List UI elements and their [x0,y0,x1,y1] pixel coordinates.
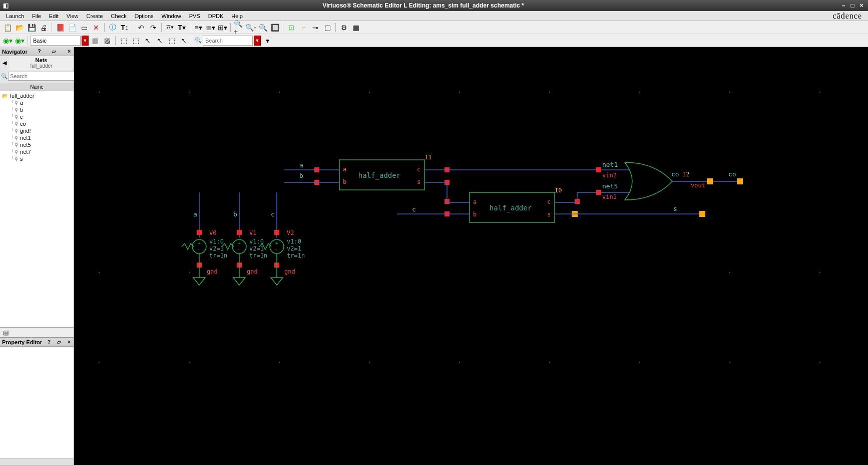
svg-rect-72 [274,230,279,235]
hierarchy-icon[interactable]: ⚻▾ [164,22,175,33]
undo-icon[interactable]: ↶ [136,22,147,33]
create-label-icon[interactable]: ▢ [322,22,333,33]
zoom-out-icon[interactable]: 🔍- [245,22,256,33]
nav-fwd-icon[interactable]: ◉▾ [14,35,25,46]
tree-net-co[interactable]: └⚲co [0,120,74,127]
app-icon: ◧ [3,2,9,9]
save-icon[interactable]: 💾 [26,22,37,33]
open-icon[interactable]: 📂 [14,22,25,33]
tree-net-net5[interactable]: └⚲net5 [0,141,74,148]
layout-icon[interactable]: ▦ [350,22,361,33]
svg-point-6 [639,92,640,93]
tree-net-s[interactable]: └⚲s [0,155,74,162]
svg-point-18 [549,362,550,363]
redo-icon[interactable]: ↷ [148,22,159,33]
svg-rect-50 [197,230,202,235]
create-instance-icon[interactable]: ⊡ [286,22,297,33]
menu-options[interactable]: Options [131,12,158,20]
nav-view-icon[interactable]: ⊞ [2,329,10,337]
v1-lbl: b [233,210,237,218]
zoom-fit-icon[interactable]: 🔍 [257,22,268,33]
align3-icon[interactable]: ⊞▾ [217,22,228,33]
menu-window[interactable]: Window [158,12,185,20]
text-tool-icon[interactable]: T▾ [176,22,187,33]
create-pin-icon[interactable]: ⊸ [310,22,321,33]
info-icon[interactable]: ⓘ [107,22,118,33]
paste-icon[interactable]: ▭ [79,22,90,33]
schematic-svg: half_adder I1 a b c s a b half_adder I0 … [74,47,868,465]
maximize-button[interactable]: □ [849,2,856,9]
menu-edit[interactable]: Edit [45,12,63,20]
s-label: s [673,205,677,212]
vsource-v0[interactable]: + - a V0 v1:0 v2=1 tr=1n gnd [182,192,227,285]
tree-net-net1[interactable]: └⚲net1 [0,134,74,141]
net-icon: └⚲ [11,135,18,141]
nav-back-arrow-icon[interactable]: ◀ [0,60,9,66]
panel-close-icon[interactable]: × [67,49,72,54]
close-button[interactable]: × [858,2,865,9]
align2-icon[interactable]: ≣▾ [205,22,216,33]
ha2-pin-a: a [473,198,477,205]
help-icon[interactable]: ? [37,49,42,54]
copy-icon[interactable]: 📄 [67,22,78,33]
panel-close-icon[interactable]: × [67,339,72,345]
navigator-scope[interactable]: Nets full_adder [9,56,74,70]
select6-icon[interactable]: ↖ [178,35,189,46]
lib-icon[interactable]: 📕 [55,22,66,33]
filter2-icon[interactable]: ▨ [102,35,113,46]
wire-b-label: b [299,172,303,179]
ha2-label: half_adder [490,204,532,212]
search-opts-icon[interactable]: ▾ [262,35,273,46]
text-icon[interactable]: T↕ [119,22,130,33]
tree-net-gnd[interactable]: └⚲gnd! [0,127,74,134]
help-icon[interactable]: ? [47,339,52,345]
vsource-v1[interactable]: + - b V1 v1:0 v2=1 tr=1n gnd [222,192,267,285]
tree-net-c[interactable]: └⚲c [0,113,74,120]
layer-dropdown-icon[interactable]: ▼ [82,36,89,46]
tree-net-a[interactable]: └⚲a [0,99,74,106]
tree-net-net7[interactable]: └⚲net7 [0,148,74,155]
brand-logo: cādence [832,12,866,21]
undock-icon[interactable]: ▱ [56,339,62,345]
minimize-button[interactable]: – [840,2,847,9]
nav-back-icon[interactable]: ◉▾ [2,35,13,46]
or-gate[interactable] [625,162,672,200]
tree-net-b[interactable]: └⚲b [0,106,74,113]
tree-root[interactable]: 📂 full_adder [0,92,74,99]
zoom-area-icon[interactable]: 🔲 [269,22,280,33]
menu-help[interactable]: Help [227,12,247,20]
vsource-v2[interactable]: + - c V2 v1:0 v2=1 tr=1n gnd [259,192,305,285]
simulate-icon[interactable]: ⚙ [338,22,349,33]
menu-launch[interactable]: Launch [2,12,28,20]
undock-icon[interactable]: ▱ [51,49,57,54]
svg-rect-46 [737,179,742,184]
search-dropdown-icon[interactable]: ▼ [254,36,261,46]
print-icon[interactable]: 🖨 [38,22,49,33]
toolbar-search-input[interactable] [203,36,253,46]
window-title: Virtuoso® Schematic Editor L Editing: am… [9,2,838,9]
select2-icon[interactable]: ⬚ [130,35,141,46]
delete-icon[interactable]: ✕ [91,22,102,33]
select4-icon[interactable]: ↖ [154,35,165,46]
menu-dpdk[interactable]: DPDK [204,12,228,20]
select3-icon[interactable]: ↖ [142,35,153,46]
menu-pvs[interactable]: PVS [185,12,204,20]
align-icon[interactable]: ≡▾ [193,22,204,33]
menu-file[interactable]: File [28,12,45,20]
schematic-canvas[interactable]: half_adder I1 a b c s a b half_adder I0 … [74,47,868,465]
select-icon[interactable]: ⬚ [118,35,129,46]
create-wire-icon[interactable]: ⌐ [298,22,309,33]
navigator-search-input[interactable] [8,72,81,81]
scroll-bar[interactable] [0,458,74,465]
separator [230,23,231,32]
menu-check[interactable]: Check [107,12,130,20]
menu-create[interactable]: Create [82,12,107,20]
select5-icon[interactable]: ⬚ [166,35,177,46]
check-save-icon[interactable]: 📋 [2,22,13,33]
zoom-in-icon[interactable]: 🔍+ [233,22,244,33]
menu-view[interactable]: View [63,12,83,20]
vin1-label: vin1 [602,193,617,200]
layer-select[interactable] [31,36,81,46]
navigator-list-header[interactable]: Name [0,83,74,91]
filter-icon[interactable]: ▦ [90,35,101,46]
